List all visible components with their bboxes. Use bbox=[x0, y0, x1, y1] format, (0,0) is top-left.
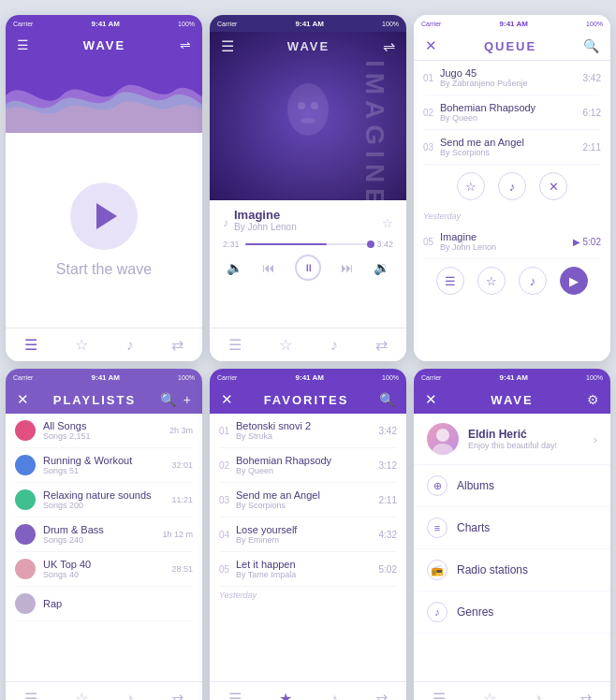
status-bar-1: Carrier 9:41 AM 100% bbox=[6, 15, 202, 32]
controls-row: 🔈 ⏮ ⏸ ⏭ 🔉 bbox=[223, 255, 393, 281]
playlists-title: PLAYLISTS bbox=[53, 393, 136, 407]
menu-item-genres[interactable]: ♪ Genres bbox=[414, 591, 610, 634]
nav-star-1[interactable]: ☆ bbox=[75, 336, 88, 354]
queue-num-2: 02 bbox=[423, 108, 440, 118]
playlist-item-1[interactable]: All Songs Songs 2,151 2h 3m bbox=[15, 414, 193, 448]
nav-star-fav[interactable]: ★ bbox=[279, 690, 292, 700]
playlist-item-6[interactable]: Rap bbox=[15, 587, 193, 621]
next-btn[interactable]: ⏭ bbox=[341, 260, 354, 275]
close-icon-playlists[interactable]: ✕ bbox=[17, 391, 29, 408]
action-close-1[interactable]: ✕ bbox=[539, 172, 567, 200]
playlist-dur-4: 1h 12 m bbox=[162, 530, 193, 539]
playlist-dot-2 bbox=[15, 455, 36, 475]
menu-item-charts[interactable]: ≡ Charts bbox=[414, 507, 610, 549]
header-favorites: ✕ FAVORITES 🔍 bbox=[210, 386, 406, 414]
volume-up-icon[interactable]: 🔉 bbox=[374, 260, 389, 275]
nav-menu-pl[interactable]: ☰ bbox=[24, 690, 37, 700]
menu-icon-np[interactable]: ☰ bbox=[221, 37, 234, 55]
queue-time-3: 2:11 bbox=[583, 142, 601, 153]
carrier-2: Carrier bbox=[217, 21, 237, 27]
queue-artist-1: By Zabranjeno Pušenje bbox=[440, 79, 583, 88]
menu-icon-1[interactable]: ☰ bbox=[17, 37, 29, 52]
avatar bbox=[427, 423, 459, 455]
playlist-info-2: Running & Workout Songs 51 bbox=[43, 455, 171, 475]
playlist-item-3[interactable]: Relaxing nature sounds Songs 200 11:21 bbox=[15, 483, 193, 518]
profile-row[interactable]: Eldin Herić Enjoy this beautiful day! › bbox=[414, 414, 610, 465]
action-music-2[interactable]: ♪ bbox=[519, 267, 547, 295]
nowplaying-bg: ☰ WAVE ⇌ IMAGINE bbox=[210, 32, 406, 200]
volume-down-icon[interactable]: 🔈 bbox=[227, 260, 242, 275]
nav-shuffle-wm[interactable]: ⇄ bbox=[579, 690, 592, 700]
carrier-4: Carrier bbox=[13, 374, 33, 381]
close-icon-queue[interactable]: ✕ bbox=[425, 37, 437, 54]
fav-star-np[interactable]: ☆ bbox=[382, 216, 393, 230]
fav-info-1: Betonski snovi 2 By Struka bbox=[236, 420, 379, 441]
playlist-item-5[interactable]: UK Top 40 Songs 40 28:51 bbox=[15, 552, 193, 587]
nav-shuffle-np[interactable]: ⇄ bbox=[375, 336, 388, 354]
progress-bar[interactable] bbox=[245, 243, 372, 245]
profile-arrow-icon: › bbox=[594, 432, 597, 446]
playlist-dot-3 bbox=[15, 489, 36, 510]
action-play-2[interactable]: ▶ bbox=[560, 267, 588, 295]
fav-time-3: 2:11 bbox=[379, 495, 397, 505]
playlist-dur-1: 2h 3m bbox=[169, 426, 193, 435]
search-icon-queue[interactable]: 🔍 bbox=[583, 38, 599, 53]
close-icon-wavemenu[interactable]: ✕ bbox=[425, 391, 437, 408]
bottom-nav-pl: ☰ ☆ ♪ ⇄ bbox=[6, 681, 202, 700]
action-menu-2[interactable]: ☰ bbox=[436, 267, 464, 295]
playlist-item-4[interactable]: Drum & Bass Songs 240 1h 12 m bbox=[15, 518, 193, 552]
action-music-1[interactable]: ♪ bbox=[498, 172, 526, 200]
nav-shuffle-pl[interactable]: ⇄ bbox=[171, 690, 183, 700]
nav-music-np[interactable]: ♪ bbox=[330, 337, 338, 354]
action-row-1: ☆ ♪ ✕ bbox=[423, 165, 601, 208]
settings-icon-wavemenu[interactable]: ⚙ bbox=[587, 392, 599, 407]
add-icon-playlists[interactable]: + bbox=[183, 392, 191, 407]
pause-btn[interactable]: ⏸ bbox=[295, 255, 321, 281]
close-icon-favorites[interactable]: ✕ bbox=[221, 391, 233, 408]
search-icon-favorites[interactable]: 🔍 bbox=[379, 392, 395, 407]
nav-music-fav[interactable]: ♪ bbox=[330, 691, 338, 701]
shuffle-icon-np[interactable]: ⇌ bbox=[383, 37, 395, 55]
nav-music-1[interactable]: ♪ bbox=[126, 337, 134, 354]
action-star-2[interactable]: ☆ bbox=[477, 267, 506, 295]
radio-icon: 📻 bbox=[427, 560, 447, 580]
nav-shuffle-fav[interactable]: ⇄ bbox=[375, 690, 388, 700]
play-button-1[interactable] bbox=[70, 182, 138, 250]
nav-menu-wm[interactable]: ☰ bbox=[433, 690, 446, 700]
wavemenu-body: Eldin Herić Enjoy this beautiful day! › … bbox=[414, 414, 610, 681]
nav-menu-1[interactable]: ☰ bbox=[24, 336, 37, 354]
nav-menu-fav[interactable]: ☰ bbox=[228, 690, 242, 700]
search-icon-playlists[interactable]: 🔍 bbox=[160, 392, 176, 407]
fav-info-3: Send me an Angel By Scorpions bbox=[236, 489, 379, 510]
svg-point-0 bbox=[287, 83, 329, 136]
playlist-item-2[interactable]: Running & Workout Songs 51 32:01 bbox=[15, 448, 193, 483]
queue-item-1: 01 Jugo 45 By Zabranjeno Pušenje 3:42 bbox=[423, 61, 601, 95]
bottom-nav-np: ☰ ☆ ♪ ⇄ bbox=[210, 328, 406, 361]
fav-divider: Yesterday bbox=[219, 587, 397, 604]
nav-star-np[interactable]: ☆ bbox=[279, 336, 292, 354]
svg-point-1 bbox=[298, 102, 305, 109]
wave-player-phone: Carrier 9:41 AM 100% ☰ WAVE ⇌ Start the … bbox=[6, 15, 202, 361]
svg-point-5 bbox=[433, 444, 453, 455]
shuffle-icon-1[interactable]: ⇌ bbox=[180, 37, 191, 52]
menu-item-radio[interactable]: 📻 Radio stations bbox=[414, 549, 610, 591]
fav-artist-3: By Scorpions bbox=[236, 501, 379, 510]
status-bar-6: Carrier 9:41 AM 100% bbox=[414, 369, 610, 386]
queue-info-2: Bohemian Rhapsody By Queen bbox=[440, 102, 583, 123]
time-1: 9:41 AM bbox=[92, 20, 120, 28]
queue-item-3: 03 Send me an Angel By Scorpions 2:11 bbox=[423, 130, 601, 165]
progress-dot bbox=[367, 241, 374, 248]
action-star-1[interactable]: ☆ bbox=[457, 172, 485, 200]
nav-star-wm[interactable]: ☆ bbox=[483, 690, 496, 700]
fav-info-4: Lose yourself By Eminem bbox=[236, 524, 379, 545]
menu-item-albums[interactable]: ⊕ Albums bbox=[414, 465, 610, 507]
prev-btn[interactable]: ⏮ bbox=[262, 260, 275, 275]
nav-star-pl[interactable]: ☆ bbox=[75, 690, 88, 700]
nav-shuffle-1[interactable]: ⇄ bbox=[171, 336, 183, 354]
fav-num-4: 04 bbox=[219, 530, 236, 540]
nav-menu-np[interactable]: ☰ bbox=[228, 336, 242, 354]
nav-music-wm[interactable]: ♪ bbox=[535, 691, 542, 701]
playlist-dur-5: 28:51 bbox=[171, 564, 193, 574]
nav-music-pl[interactable]: ♪ bbox=[126, 691, 134, 701]
playlist-dot-6 bbox=[15, 593, 36, 614]
